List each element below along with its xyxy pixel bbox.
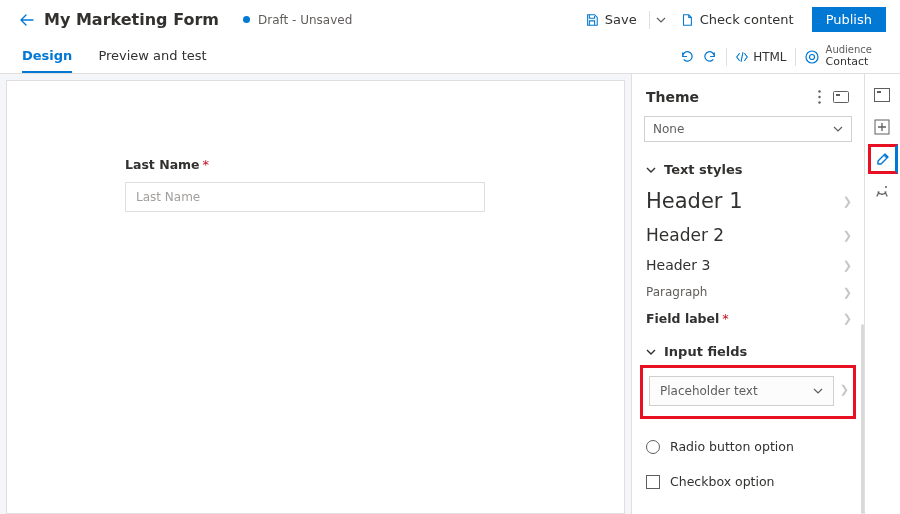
chevron-right-icon: ❯ (843, 229, 852, 242)
style-paragraph[interactable]: Paragraph❯ (632, 279, 864, 305)
placeholder-text-select[interactable]: Placeholder text (649, 376, 834, 406)
radio-icon (646, 440, 660, 454)
draft-status: Draft - Unsaved (258, 13, 352, 27)
svg-rect-7 (874, 89, 889, 102)
page-title: My Marketing Form (44, 10, 219, 29)
checkbox-option-row[interactable]: Checkbox option (632, 464, 864, 499)
theme-title: Theme (646, 89, 808, 105)
check-content-button[interactable]: Check content (670, 8, 804, 31)
radio-option-row[interactable]: Radio button option (632, 429, 864, 464)
theme-panel: Theme None Text styles Header 1❯ Header … (631, 74, 864, 514)
svg-point-10 (885, 186, 887, 188)
svg-rect-5 (834, 92, 849, 103)
chevron-right-icon: ❯ (843, 286, 852, 299)
rail-elements-button[interactable] (868, 80, 898, 110)
rail-theme-button[interactable] (868, 144, 898, 174)
divider (795, 48, 796, 66)
panel-menu-button[interactable] (808, 86, 830, 108)
field-label: Last Name* (125, 157, 506, 172)
style-field-label[interactable]: Field label*❯ (632, 305, 864, 332)
panel-card-icon[interactable] (830, 86, 852, 108)
back-button[interactable] (14, 7, 40, 33)
rail-add-button[interactable] (868, 112, 898, 142)
save-button[interactable]: Save (575, 8, 647, 31)
required-indicator: * (203, 157, 210, 172)
input-fields-highlight: Placeholder text ❯ (640, 365, 856, 419)
html-label: HTML (753, 50, 786, 64)
svg-point-0 (806, 51, 818, 63)
draft-dot-icon (243, 16, 250, 23)
divider (649, 11, 650, 29)
svg-point-4 (818, 101, 820, 103)
style-header-1[interactable]: Header 1❯ (632, 183, 864, 219)
audience-value: Contact (826, 55, 872, 68)
publish-button[interactable]: Publish (812, 7, 886, 32)
checkbox-icon (646, 475, 660, 489)
input-fields-section[interactable]: Input fields (632, 332, 864, 365)
chevron-right-icon: ❯ (843, 312, 852, 325)
rail-settings-button[interactable] (868, 176, 898, 206)
last-name-input[interactable]: Last Name (125, 182, 485, 212)
audience-label: Audience (826, 45, 872, 55)
style-header-3[interactable]: Header 3❯ (632, 251, 864, 279)
chevron-down-icon (833, 124, 843, 134)
svg-point-3 (818, 96, 820, 98)
form-canvas[interactable]: Last Name* Last Name (6, 80, 625, 514)
save-dropdown[interactable] (652, 15, 670, 25)
chevron-down-icon (646, 347, 656, 357)
chevron-down-icon (646, 165, 656, 175)
svg-rect-6 (836, 94, 840, 96)
code-icon (735, 50, 749, 64)
redo-button[interactable] (698, 44, 724, 70)
svg-rect-8 (877, 91, 881, 93)
svg-point-2 (818, 90, 820, 92)
chevron-right-icon: ❯ (843, 195, 852, 208)
required-indicator: * (722, 311, 729, 326)
chevron-down-icon (813, 386, 823, 396)
svg-point-1 (809, 54, 814, 59)
chevron-right-icon: ❯ (843, 259, 852, 272)
tab-design[interactable]: Design (22, 48, 72, 73)
save-icon (585, 13, 599, 27)
tab-preview[interactable]: Preview and test (98, 48, 206, 73)
audience-icon (804, 49, 820, 65)
html-button[interactable]: HTML (729, 50, 792, 64)
audience-selector[interactable]: Audience Contact (798, 45, 878, 68)
side-rail (864, 74, 900, 514)
save-label: Save (605, 12, 637, 27)
check-content-label: Check content (700, 12, 794, 27)
undo-button[interactable] (672, 44, 698, 70)
divider (726, 48, 727, 66)
text-styles-section[interactable]: Text styles (632, 150, 864, 183)
check-content-icon (680, 13, 694, 27)
chevron-right-icon: ❯ (840, 383, 849, 396)
style-header-2[interactable]: Header 2❯ (632, 219, 864, 251)
theme-general-select[interactable]: None (644, 116, 852, 142)
